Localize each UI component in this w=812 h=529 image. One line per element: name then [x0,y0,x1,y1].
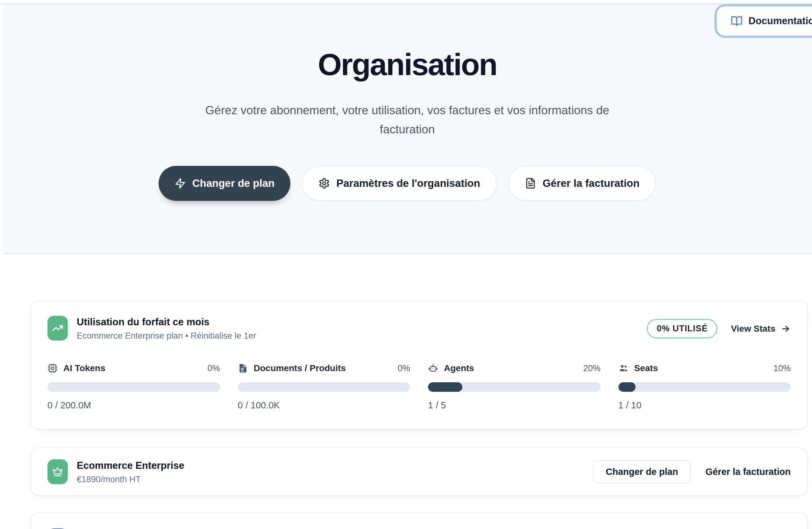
view-stats-button[interactable]: View Stats [731,324,791,334]
documentation-label: Documentation [748,15,812,27]
usage-card-subtitle: Ecommerce Enterprise plan • Réinitialise… [77,331,256,341]
usage-badge: 0% UTILISÉ [647,319,717,338]
manage-billing-label: Gérer la facturation [542,177,639,189]
change-plan-button[interactable]: Changer de plan [159,166,291,201]
meter-value: 1 / 5 [428,400,600,411]
users-icon [619,363,628,373]
document-icon [238,363,248,373]
browser-top-strip [0,0,812,4]
hero-actions: Changer de plan Paramètres de l'organisa… [2,166,812,201]
robot-icon [428,363,438,373]
meter-label: Documents / Produits [254,363,346,373]
organisation-settings-button[interactable]: Paramètres de l'organisation [302,166,497,201]
meter-label: AI Tokens [63,363,105,373]
meter-documents: Documents / Produits 0% 0 / 100.0K [238,363,410,411]
meter-percent: 0% [207,364,220,373]
organisation-settings-label: Paramètres de l'organisation [336,177,480,189]
usage-meters: AI Tokens 0% 0 / 200.0M Documents / Prod… [47,363,791,411]
meter-label: Seats [634,363,658,373]
trending-up-icon [47,316,68,341]
file-text-icon [525,178,536,189]
plan-price: €1890/month HT [77,474,184,484]
crown-icon [47,459,68,484]
cpu-icon [47,363,58,373]
manage-billing-button[interactable]: Gérer la facturation [508,166,656,201]
meter-percent: 10% [773,364,791,373]
progress-fill [428,382,462,392]
plan-card: Ecommerce Enterprise €1890/month HT Chan… [30,447,808,496]
view-stats-label: View Stats [731,324,775,334]
progress-bar [47,382,220,392]
documentation-button[interactable]: Documentation [717,6,812,36]
meter-percent: 20% [583,364,600,373]
invoices-card: Factures récentes Téléchargez vos factur… [30,512,808,529]
meter-value: 1 / 10 [619,400,791,411]
meter-seats: Seats 10% 1 / 10 [619,363,791,411]
main-content: Utilisation du forfait ce mois Ecommerce… [0,254,812,529]
progress-bar [428,382,600,392]
page-subtitle: Gérez votre abonnement, votre utilisatio… [179,101,635,139]
meter-value: 0 / 200.0M [47,400,220,411]
meter-ai-tokens: AI Tokens 0% 0 / 200.0M [47,363,220,411]
plan-change-plan-button[interactable]: Changer de plan [593,460,691,484]
meter-percent: 0% [398,364,410,373]
usage-card-header: Utilisation du forfait ce mois Ecommerce… [47,316,791,341]
change-plan-label: Changer de plan [192,177,275,189]
lightning-icon [174,178,186,189]
gear-icon [318,178,330,189]
meter-label: Agents [444,363,474,373]
progress-bar [238,382,410,392]
plan-manage-billing-button[interactable]: Gérer la facturation [705,467,791,477]
meter-value: 0 / 100.0K [238,400,410,411]
progress-bar [619,382,791,392]
arrow-right-icon [781,324,791,334]
usage-card: Utilisation du forfait ce mois Ecommerce… [30,300,808,430]
progress-fill [619,382,636,392]
usage-card-title: Utilisation du forfait ce mois [77,317,256,328]
plan-name: Ecommerce Enterprise [77,460,184,471]
meter-agents: Agents 20% 1 / 5 [428,363,600,411]
page-title: Organisation [2,46,812,83]
book-open-icon [731,15,743,27]
hero-section: Documentation Organisation Gérez votre a… [2,4,812,254]
